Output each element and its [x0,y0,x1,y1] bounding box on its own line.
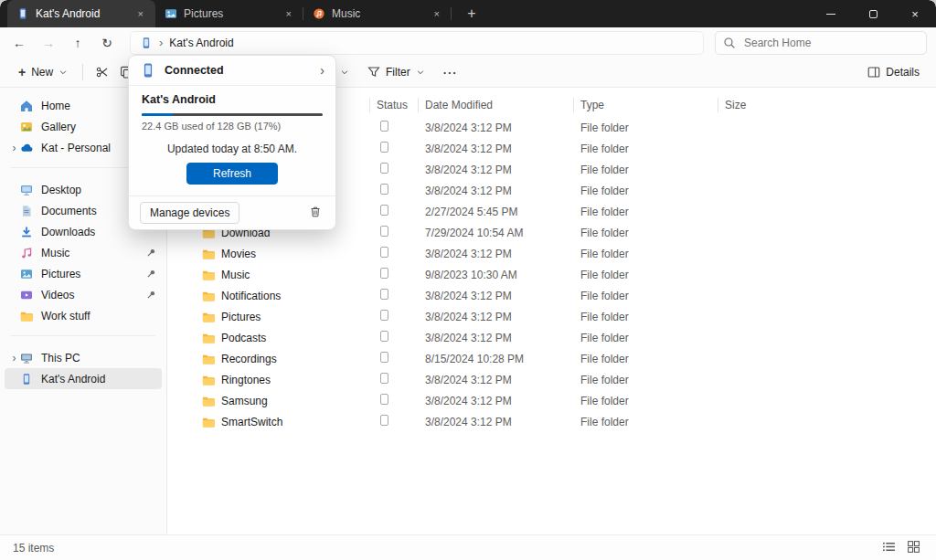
flyout-footer: Manage devices [129,196,335,229]
last-updated-text: Updated today at 8:50 AM. [142,143,323,155]
details-pane-icon [867,66,880,79]
file-name: Movies [221,248,256,260]
chevron-right-icon: › [320,63,324,78]
close-tab-icon[interactable]: × [282,8,296,20]
new-button[interactable]: + New [11,61,75,83]
trash-icon [309,206,322,218]
close-tab-icon[interactable]: × [430,8,444,20]
sidebar-item-kat-s-android[interactable]: Kat's Android [5,368,162,389]
maximize-button[interactable] [852,0,894,27]
gallery-icon [20,121,33,133]
videos-icon [20,289,33,301]
device-status-flyout: Connected › Kat's Android 22.4 GB used o… [128,55,336,230]
file-row-movies[interactable]: Movies3/8/2024 3:12 PMFile folder [167,243,936,264]
new-tab-button[interactable]: + [459,1,484,26]
file-row-notifications[interactable]: Notifications3/8/2024 3:12 PMFile folder [167,285,936,306]
folder-icon [202,290,215,302]
minimize-button[interactable] [810,0,852,27]
file-explorer-window: Kat's Android×Pictures×Music× + × ← → ↑ … [0,0,936,560]
file-row-ringtones[interactable]: Ringtones3/8/2024 3:12 PMFile folder [167,369,936,390]
details-view-button[interactable]: Details [860,61,927,83]
sidebar-item-label: Videos [41,289,146,301]
sync-status-icon [380,289,388,300]
sync-status-icon [380,352,388,363]
refresh-button[interactable]: ↻ [93,30,121,56]
remove-device-button[interactable] [306,203,324,224]
home-icon [20,100,33,112]
file-type: File folder [573,185,718,197]
list-view-icon [882,540,896,554]
music-note-icon [20,247,33,259]
sidebar-item-pictures[interactable]: Pictures [5,263,162,284]
file-row-pictures[interactable]: Pictures3/8/2024 3:12 PMFile folder [167,306,936,327]
sort-dropdown-button[interactable] [335,63,355,81]
file-row-smartswitch[interactable]: SmartSwitch3/8/2024 3:12 PMFile folder [167,411,936,432]
sidebar-item-videos[interactable]: Videos [5,284,162,305]
expand-chevron-icon[interactable]: › [8,352,20,365]
breadcrumb-chevron-icon: › [159,36,163,49]
plus-icon: + [18,66,26,79]
file-type: File folder [573,374,718,386]
sync-status-icon [380,163,388,174]
file-row-music[interactable]: Music9/8/2023 10:30 AMFile folder [167,264,936,285]
expand-chevron-icon[interactable]: › [8,142,20,154]
device-name: Kat's Android [142,93,323,107]
sidebar-item-music[interactable]: Music [5,242,162,263]
pin-icon [146,248,156,258]
sidebar-item-label: Kat's Android [41,373,158,386]
file-name: Recordings [221,353,277,365]
manage-devices-button[interactable]: Manage devices [140,202,239,224]
address-bar[interactable]: › Kat's Android [130,31,704,55]
desktop-icon [20,184,33,196]
filter-button[interactable]: Filter [360,61,432,83]
scissors-icon [96,66,109,79]
date-modified: 3/8/2024 3:12 PM [418,185,573,197]
file-type: File folder [573,395,718,407]
up-button[interactable]: ↑ [64,30,91,56]
sidebar-item-this-pc[interactable]: ›This PC [5,347,162,368]
file-row-samsung[interactable]: Samsung3/8/2024 3:12 PMFile folder [167,390,936,411]
search-input[interactable] [742,36,919,50]
details-view-toggle[interactable] [879,537,899,559]
date-modified: 3/8/2024 3:12 PM [418,122,573,134]
forward-button[interactable]: → [35,30,62,56]
back-button[interactable]: ← [5,30,33,56]
column-header-size[interactable]: Size [718,98,936,112]
sidebar-item-label: Pictures [41,268,146,280]
column-header-status[interactable]: Status [369,98,418,112]
column-header-type[interactable]: Type [573,98,718,112]
downloads-icon [20,226,33,238]
status-bar: 15 items [0,534,936,560]
close-button[interactable]: × [894,0,936,27]
pin-icon [146,269,156,279]
sync-status-icon [380,415,388,426]
tab-pictures[interactable]: Pictures× [155,0,303,27]
phone-icon [140,37,153,49]
column-header-date[interactable]: Date Modified [418,98,573,112]
file-type: File folder [573,353,718,365]
file-row-recordings[interactable]: Recordings8/15/2024 10:28 PMFile folder [167,348,936,369]
tab-music[interactable]: Music× [303,0,452,27]
large-icons-view-toggle[interactable] [904,537,923,559]
close-tab-icon[interactable]: × [133,8,148,20]
flyout-body: Kat's Android 22.4 GB used of 128 GB (17… [129,86,335,195]
connected-header-row[interactable]: Connected › [129,56,335,85]
tab-kat-s-android[interactable]: Kat's Android× [7,0,155,27]
file-type: File folder [573,164,718,176]
cut-button[interactable] [90,61,114,83]
breadcrumb-device[interactable]: Kat's Android [169,37,233,49]
file-row-podcasts[interactable]: Podcasts3/8/2024 3:12 PMFile folder [167,327,936,348]
sync-status-icon [380,310,388,321]
storage-progress-bar [142,113,323,116]
tab-label: Kat's Android [36,7,127,20]
date-modified: 9/8/2023 10:30 AM [418,269,573,281]
refresh-device-button[interactable]: Refresh [186,163,278,185]
sync-status-icon [380,247,388,258]
folder-icon [202,353,215,365]
more-options-button[interactable]: ··· [438,62,463,83]
sidebar-item-work-stuff[interactable]: Work stuff [5,305,162,326]
phone-icon [20,373,33,386]
file-type: File folder [573,248,718,260]
file-name: Pictures [221,311,261,323]
tab-strip: Kat's Android×Pictures×Music× [7,0,452,27]
